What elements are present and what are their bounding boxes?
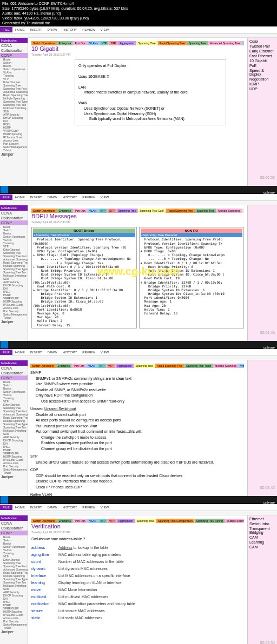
section-tab[interactable]: Spanning Tree [117,209,138,213]
nav-ccnp[interactable]: CCNP [0,375,28,380]
ribbon-review[interactable]: REVIEW [80,194,98,200]
section-tab[interactable]: VTP [98,209,108,213]
section-tab[interactable]: Port Ops [73,519,88,523]
ribbon-view[interactable]: VIEW [98,194,111,200]
section-tab[interactable]: VLAN [88,209,98,213]
page-list-item[interactable]: 10 Gigabit [249,58,276,63]
ribbon-file[interactable]: FILE [0,27,12,32]
section-tab[interactable]: Spanning Tree Tuning [195,519,225,523]
nav-ccnp[interactable]: CCNP [0,531,28,535]
ribbon-insert[interactable]: INSERT [28,350,45,355]
section-tab[interactable]: Rapid Spanning Tree [158,41,187,45]
section-tab[interactable]: VTP [98,519,108,523]
section-tab[interactable]: Aggregation [117,519,135,523]
nav-ccnp[interactable]: CCNP [0,220,28,225]
ribbon-history[interactable]: HISTORY [60,505,80,510]
ribbon-view[interactable]: VIEW [98,505,111,510]
section-tab[interactable]: VLAN [87,364,97,368]
ribbon-home[interactable]: HOME [12,27,28,32]
section-tab[interactable]: VLANs [88,41,100,45]
note-container[interactable]: Only operates at Full Duplex Uses 10GBAS… [75,59,226,125]
section-tab[interactable]: Multiple Spanning [213,364,239,368]
page-list-item[interactable]: Early Ethernet [249,49,276,53]
section-tab[interactable]: Multiple Spanning [225,519,244,523]
ribbon-draw[interactable]: DRAW [45,194,60,200]
nav-ccna[interactable]: CCNA [0,521,28,526]
start-button[interactable] [1,341,8,348]
page-list-item[interactable]: Fast Ethernet [249,53,276,58]
section-tab[interactable]: Spanning Tree [134,364,156,368]
ribbon-draw[interactable]: DRAW [45,350,60,355]
ribbon-file[interactable]: FILE [0,350,12,355]
nav-ccna[interactable]: CCNA [0,366,28,371]
ribbon-draw[interactable]: DRAW [45,505,60,510]
nav-ccna[interactable]: CCNA [0,43,28,48]
section-tab[interactable]: Aggregation [116,364,134,368]
ribbon-home[interactable]: HOME [12,194,28,200]
section-tab[interactable]: Multiple Spanning [216,209,242,213]
section-tab[interactable]: VTP [107,364,116,368]
section-tab[interactable]: Port Ops [73,209,88,213]
section-tab[interactable]: Spanning Tree [195,209,217,213]
nav-collab[interactable]: Collaboration [0,216,28,220]
ribbon-history[interactable]: HISTORY [60,27,80,32]
section-tab[interactable]: Switch Operations [31,41,57,45]
section-tab[interactable]: Enterprise [57,209,74,213]
section-tab[interactable]: Port Ops [73,41,88,45]
start-button[interactable] [1,186,8,193]
section-tab[interactable]: Enterprise [57,41,74,45]
page-list-item[interactable]: ICMP [249,82,276,86]
taskbar[interactable]: udemy [0,496,277,504]
ribbon-file[interactable]: FILE [0,505,12,510]
section-tab[interactable]: Spanning Tree [136,41,158,45]
ribbon-review[interactable]: REVIEW [80,27,98,32]
page-list-item[interactable]: Learning [249,540,276,545]
section-tab[interactable]: Switch Operations [31,209,57,213]
nav-juniper[interactable]: Juniper [0,629,28,634]
nav-ccna[interactable]: CCNA [0,211,28,216]
page-list-item[interactable]: Switch Intro [249,521,276,526]
ribbon-history[interactable]: HISTORY [60,350,80,355]
section-tab[interactable]: Switch Operations [30,364,56,368]
section-tab[interactable]: Port Ops [72,364,87,368]
section-tab[interactable]: VTP [97,364,107,368]
section-tab[interactable]: Virtual Switch [239,364,244,368]
ribbon-home[interactable]: HOME [12,350,28,355]
ribbon-insert[interactable]: INSERT [28,27,45,32]
nav-juniper[interactable]: Juniper [0,319,28,324]
page-list-item[interactable]: Transparent Bridging [249,526,276,535]
section-tab[interactable]: STP [108,209,117,213]
page-list-item[interactable]: UDP [249,86,276,91]
section-tab[interactable]: Multilayer [242,41,244,45]
start-button[interactable] [1,496,8,504]
nav-juniper[interactable]: Juniper [0,152,28,157]
ribbon-insert[interactable]: INSERT [28,505,45,510]
section-tab[interactable]: Advanced Spanning Tree [208,41,242,45]
section-tab[interactable]: Aggregation [118,41,136,45]
page-list-item[interactable]: Negotiation [249,77,276,82]
ribbon-insert[interactable]: INSERT [28,194,45,200]
section-tab[interactable]: Spanning Tree [135,519,157,523]
taskbar[interactable]: udemy [0,341,277,348]
section-tab[interactable]: Switch Operations [31,519,57,523]
section-tab[interactable]: Rapid Spanning Tree [155,364,184,368]
section-tab[interactable]: Spanning Tree [187,41,209,45]
section-tab[interactable]: STP [109,41,118,45]
section-tab[interactable]: Enterprise [57,519,74,523]
ribbon-file[interactable]: FILE [0,194,12,200]
nav-collab[interactable]: Collaboration [0,526,28,531]
ribbon-home[interactable]: HOME [12,505,28,510]
page-list-item[interactable]: Ethernet [249,516,276,521]
ribbon-view[interactable]: VIEW [98,350,111,355]
ribbon-view[interactable]: VIEW [98,27,111,32]
ribbon-review[interactable]: REVIEW [80,505,98,510]
section-tab[interactable]: VLAN [88,519,98,523]
nav-ccnp[interactable]: CCNP [0,53,28,58]
taskbar[interactable]: udemy [0,186,277,193]
section-tab[interactable]: VTP [100,41,109,45]
page-list-item[interactable]: Speed & Duplex [249,68,276,77]
ribbon-review[interactable]: REVIEW [80,350,98,355]
nav-juniper[interactable]: Juniper [0,474,28,479]
section-tab[interactable]: VTP [108,519,117,523]
section-tab[interactable]: Spanning Tree Configuration [156,519,195,523]
